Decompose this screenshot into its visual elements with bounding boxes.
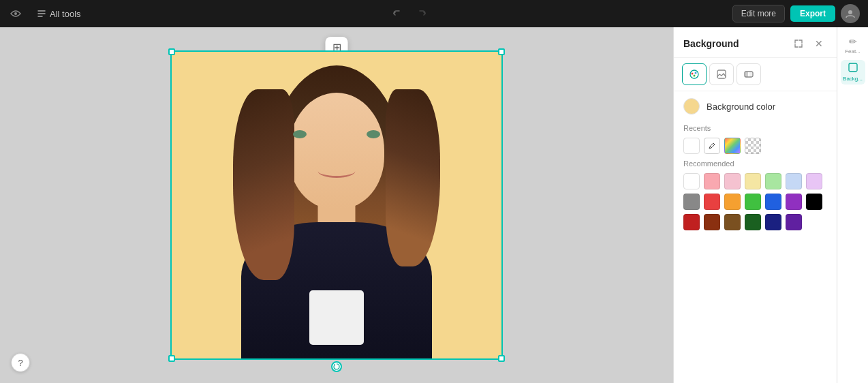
sidebar-item-background[interactable]: Backg... bbox=[841, 60, 865, 85]
bg-color-row[interactable]: Background color bbox=[674, 91, 837, 121]
all-tools-label: All tools bbox=[50, 9, 81, 19]
background-icon bbox=[848, 63, 858, 74]
eye-right bbox=[367, 130, 380, 138]
recommended-swatch-10[interactable] bbox=[745, 194, 761, 210]
bg-color-swatch[interactable] bbox=[683, 98, 700, 114]
recommended-swatch-5[interactable] bbox=[786, 173, 802, 189]
recent-swatch-white[interactable] bbox=[683, 138, 700, 154]
panel-header-icons: ✕ bbox=[790, 35, 827, 52]
svg-point-4 bbox=[695, 72, 697, 74]
rotate-handle[interactable] bbox=[331, 361, 342, 372]
panel-title: Background bbox=[683, 38, 739, 49]
help-icon: ? bbox=[18, 358, 22, 368]
recommended-swatch-12[interactable] bbox=[786, 194, 802, 210]
recommended-swatch-13[interactable] bbox=[806, 194, 822, 210]
features-icon: ✏ bbox=[849, 36, 857, 47]
svg-point-1 bbox=[848, 10, 852, 14]
recommended-swatch-0[interactable] bbox=[683, 173, 700, 189]
recommended-swatch-3[interactable] bbox=[745, 173, 761, 189]
undo-button[interactable] bbox=[388, 4, 407, 23]
recent-swatch-pencil[interactable] bbox=[704, 138, 720, 154]
tab-blur[interactable] bbox=[737, 63, 761, 85]
recommended-swatch-6[interactable] bbox=[806, 173, 822, 189]
canvas-area: ⊞ bbox=[0, 27, 673, 383]
recents-label: Recents bbox=[674, 121, 837, 135]
recommended-swatch-1[interactable] bbox=[704, 173, 720, 189]
recommended-swatch-19[interactable] bbox=[786, 214, 802, 230]
all-tools-button[interactable]: All tools bbox=[31, 6, 87, 22]
topbar: All tools Edit more Export bbox=[0, 0, 868, 27]
handle-top-left[interactable] bbox=[168, 48, 175, 55]
panel-tabs bbox=[674, 58, 837, 91]
image-container[interactable] bbox=[170, 50, 503, 360]
handle-bottom-left[interactable] bbox=[168, 355, 175, 362]
topbar-right: Edit more Export bbox=[732, 4, 860, 23]
recommended-swatch-14[interactable] bbox=[683, 214, 700, 230]
topbar-center bbox=[388, 4, 431, 23]
recommended-swatch-8[interactable] bbox=[704, 194, 720, 210]
export-button[interactable]: Export bbox=[790, 5, 835, 22]
avatar[interactable] bbox=[841, 4, 860, 23]
svg-point-2 bbox=[690, 70, 698, 78]
hair-front-right bbox=[386, 89, 440, 266]
main-area: ⊞ bbox=[0, 27, 868, 383]
app-logo bbox=[8, 6, 23, 21]
bg-color-label: Background color bbox=[707, 102, 775, 112]
recent-swatch-gradient[interactable] bbox=[724, 138, 741, 154]
panel-header: Background ✕ bbox=[674, 27, 837, 58]
handle-top-right[interactable] bbox=[498, 48, 505, 55]
recommended-label: Recommended bbox=[674, 157, 837, 170]
close-icon: ✕ bbox=[815, 38, 823, 49]
recommended-swatch-2[interactable] bbox=[724, 173, 741, 189]
recommended-swatch-11[interactable] bbox=[765, 194, 781, 210]
recommended-swatch-17[interactable] bbox=[745, 214, 761, 230]
recommended-swatch-9[interactable] bbox=[724, 194, 741, 210]
sidebar-strip: ✏ Feat... Backg... bbox=[837, 27, 868, 383]
image-canvas bbox=[172, 52, 501, 358]
svg-point-3 bbox=[692, 73, 694, 75]
shirt bbox=[309, 290, 364, 345]
face bbox=[289, 93, 384, 209]
recommended-swatch-4[interactable] bbox=[765, 173, 781, 189]
tab-color[interactable] bbox=[682, 63, 707, 85]
recommended-swatch-7[interactable] bbox=[683, 194, 700, 210]
hair-front-left bbox=[233, 89, 294, 280]
help-button[interactable]: ? bbox=[11, 353, 30, 372]
topbar-left: All tools bbox=[8, 6, 87, 22]
person-photo bbox=[172, 52, 501, 358]
panel-close-button[interactable]: ✕ bbox=[811, 35, 827, 52]
features-label: Feat... bbox=[845, 48, 861, 55]
recommended-swatch-15[interactable] bbox=[704, 214, 720, 230]
recent-swatch-checker[interactable] bbox=[745, 138, 761, 154]
background-panel: Background ✕ bbox=[673, 27, 837, 383]
recommended-grid bbox=[674, 170, 837, 237]
tab-image[interactable] bbox=[709, 63, 734, 85]
sidebar-item-features[interactable]: ✏ Feat... bbox=[841, 33, 865, 57]
recommended-swatch-16[interactable] bbox=[724, 214, 741, 230]
recents-row bbox=[674, 135, 837, 157]
redo-button[interactable] bbox=[412, 4, 431, 23]
svg-rect-11 bbox=[850, 65, 856, 70]
panel-expand-button[interactable] bbox=[790, 35, 807, 52]
background-label: Backg... bbox=[843, 76, 863, 82]
smile bbox=[318, 164, 356, 178]
edit-more-button[interactable]: Edit more bbox=[732, 5, 785, 22]
handle-bottom-right[interactable] bbox=[498, 355, 505, 362]
svg-point-5 bbox=[694, 75, 696, 77]
svg-point-0 bbox=[14, 12, 17, 15]
eye-left bbox=[293, 130, 307, 138]
recommended-swatch-18[interactable] bbox=[765, 214, 781, 230]
